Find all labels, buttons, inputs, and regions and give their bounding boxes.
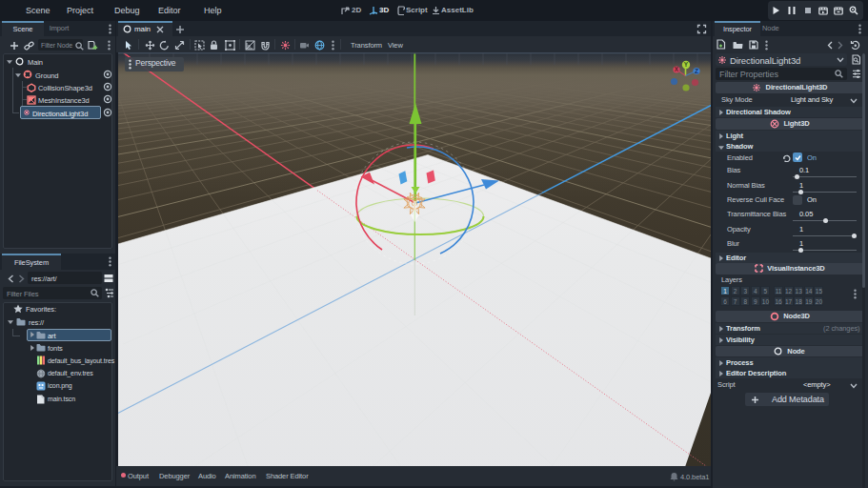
svg-text:Y: Y xyxy=(684,61,689,68)
svg-text:X: X xyxy=(675,66,679,72)
svg-text:Z: Z xyxy=(695,68,698,74)
